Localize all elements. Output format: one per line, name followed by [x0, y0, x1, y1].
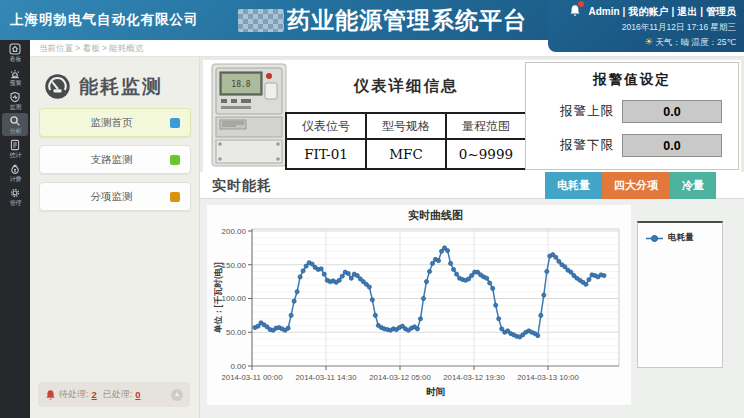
menu-item-branch-monitor[interactable]: 支路监测 [39, 145, 191, 174]
svg-text:2014-03-12 19:30: 2014-03-12 19:30 [443, 373, 505, 382]
alarm-lower-input[interactable]: 0.0 [622, 134, 722, 157]
col-header: 量程范围 [446, 113, 526, 139]
green-dot-icon [170, 155, 180, 165]
chart-area: 200.00150.00100.0050.000.002014-03-11 00… [200, 199, 744, 418]
tab-four-categories[interactable]: 四大分项 [602, 172, 670, 199]
alarm-title: 报警值设定 [526, 71, 738, 89]
side-nav: 看板 预警 监测 分析 统计 计费 管理 [0, 40, 30, 418]
nav-item-alert[interactable]: 预警 [2, 65, 28, 88]
pending-label: 待处理: [59, 388, 89, 401]
nav-item-monitor[interactable]: 监测 [2, 89, 28, 112]
user-name-link[interactable]: Admin [588, 6, 619, 17]
col-header: 型号规格 [366, 113, 446, 139]
separator: | [671, 6, 674, 17]
menu-header: 能耗监测 [44, 73, 199, 100]
nav-item-analysis[interactable]: 分析 [2, 113, 28, 136]
table-value-row: FIT-01 MFC 0~9999 [286, 139, 526, 169]
shield-icon [9, 91, 21, 103]
magnifier-icon [9, 115, 21, 127]
red-bell-icon [45, 389, 56, 401]
chart-legend: 电耗量 [637, 221, 723, 368]
realtime-title: 实时能耗 [212, 172, 272, 199]
nav-item-statistics[interactable]: 统计 [2, 137, 28, 160]
gauge-icon [44, 73, 71, 100]
user-bar: Admin | 我的账户 | 退出 | 管理员 [556, 4, 736, 19]
task-status-bar: 待处理: 2 已处理: 0 [38, 382, 190, 407]
svg-text:0.00: 0.00 [230, 362, 246, 371]
alarm-setting-panel: 报警值设定 报警上限 0.0 报警下限 0.0 [525, 62, 739, 170]
my-account-link[interactable]: 我的账户 [628, 5, 668, 19]
role-link[interactable]: 管理员 [706, 5, 736, 19]
weather-text: ☀天气：晴 温度：25℃ [556, 36, 736, 49]
svg-text:实时曲线图: 实时曲线图 [408, 209, 463, 221]
alarm-lower-label: 报警下限 [560, 137, 614, 154]
tag-number-cell: FIT-01 [286, 139, 366, 169]
svg-text:2014-03-13 10:00: 2014-03-13 10:00 [517, 373, 579, 382]
nav-item-management[interactable]: 管理 [2, 185, 28, 208]
notification-bell-icon[interactable] [569, 4, 581, 19]
realtime-header: 实时能耗 电耗量 四大分项 冷量 [200, 172, 744, 199]
redacted-block [238, 9, 284, 32]
meter-info-section: 18.8 仪表详细信息 仪表位号 型号规格 量程范围 [203, 60, 741, 172]
realtime-curve-chart: 200.00150.00100.0050.000.002014-03-11 00… [207, 205, 631, 405]
alarm-upper-label: 报警上限 [560, 103, 614, 120]
meter-info-title: 仪表详细信息 [289, 76, 523, 97]
tab-electricity[interactable]: 电耗量 [545, 172, 602, 199]
meter-photo: 18.8 [207, 63, 291, 168]
svg-text:2014-03-11 14:30: 2014-03-11 14:30 [296, 373, 358, 382]
col-header: 仪表位号 [286, 113, 366, 139]
main-content: 18.8 仪表详细信息 仪表位号 型号规格 量程范围 [200, 57, 744, 418]
legend-item-electricity[interactable]: 电耗量 [646, 232, 722, 244]
svg-text:100.00: 100.00 [222, 294, 247, 303]
done-label: 已处理: [103, 388, 133, 401]
alarm-lamp-icon [9, 67, 21, 79]
svg-text:50.00: 50.00 [226, 328, 247, 337]
svg-text:150.00: 150.00 [222, 261, 247, 270]
alarm-upper-input[interactable]: 0.0 [622, 100, 722, 123]
separator: | [623, 6, 626, 17]
svg-text:2014-03-12 05:00: 2014-03-12 05:00 [369, 373, 431, 382]
legend-marker-icon [646, 234, 663, 243]
svg-text:18.8: 18.8 [231, 80, 250, 89]
menu-title: 能耗监测 [79, 74, 163, 100]
datetime-text: 2016年11月12日 17:16 星期三 [556, 22, 736, 34]
svg-text:时间: 时间 [426, 386, 445, 397]
notification-badge [578, 1, 584, 7]
page-title-text: 药业能源管理系统平台 [287, 7, 527, 33]
company-name: 上海明勃电气自动化有限公司 [10, 0, 199, 40]
model-cell: MFC [366, 139, 446, 169]
svg-text:200.00: 200.00 [222, 227, 247, 236]
page-title: 药业能源管理系统平台 [238, 5, 527, 36]
meter-info-table: 仪表位号 型号规格 量程范围 FIT-01 MFC 0~9999 [285, 112, 527, 170]
tab-cooling[interactable]: 冷量 [670, 172, 716, 199]
alarm-lower-row: 报警下限 0.0 [526, 134, 738, 157]
expand-arrow-icon[interactable] [171, 389, 183, 401]
table-header-row: 仪表位号 型号规格 量程范围 [286, 113, 526, 139]
screen: 上海明勃电气自动化有限公司 药业能源管理系统平台 Admin | 我的账户 | … [0, 0, 744, 418]
pending-count[interactable]: 2 [92, 389, 97, 400]
gear-icon [9, 187, 21, 199]
menu-panel: 能耗监测 监测首页 支路监测 分项监测 待处理: 2 已处理: 0 [30, 57, 200, 418]
user-info-panel: Admin | 我的账户 | 退出 | 管理员 2016年11月12日 17:1… [548, 0, 744, 52]
home-icon [9, 43, 21, 55]
alarm-upper-row: 报警上限 0.0 [526, 100, 738, 123]
done-count[interactable]: 0 [135, 389, 140, 400]
range-cell: 0~9999 [446, 139, 526, 169]
logout-link[interactable]: 退出 [677, 5, 697, 19]
realtime-section: 实时能耗 电耗量 四大分项 冷量 200.00150.00100.0050.00… [200, 172, 744, 418]
svg-text:2014-03-11 00:00: 2014-03-11 00:00 [222, 373, 284, 382]
sun-icon: ☀ [644, 36, 653, 47]
menu-item-category-monitor[interactable]: 分项监测 [39, 182, 191, 211]
separator: | [700, 6, 703, 17]
svg-text:单位：[千瓦时(电)]: 单位：[千瓦时(电)] [213, 262, 223, 334]
report-icon [9, 139, 21, 151]
money-bag-icon [9, 163, 21, 175]
orange-dot-icon [170, 192, 180, 202]
tab-bar: 电耗量 四大分项 冷量 [545, 172, 716, 199]
menu-item-monitor-home[interactable]: 监测首页 [39, 108, 191, 137]
nav-item-dashboard[interactable]: 看板 [2, 41, 28, 64]
blue-dot-icon [170, 118, 180, 128]
nav-item-billing[interactable]: 计费 [2, 161, 28, 184]
